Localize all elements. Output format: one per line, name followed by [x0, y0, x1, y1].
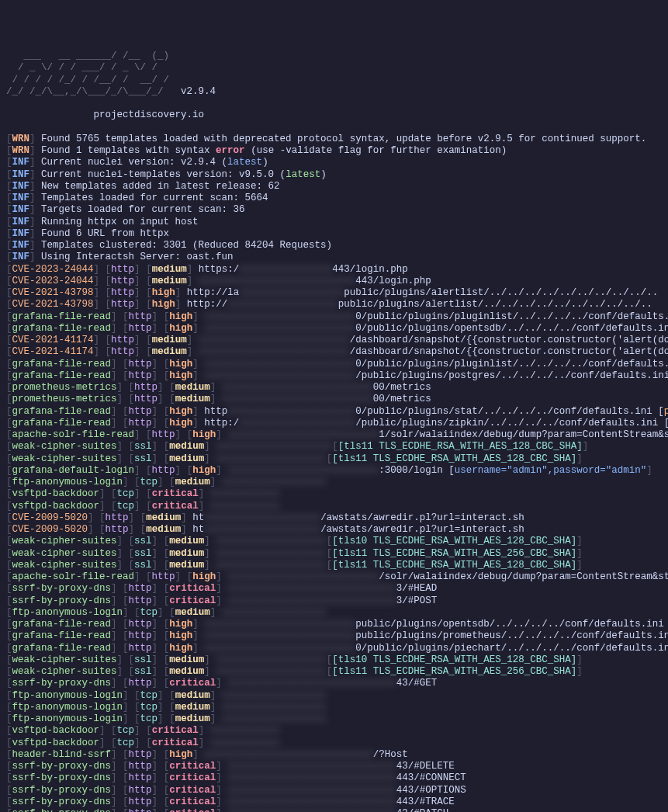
finding-protocol: http	[129, 678, 152, 689]
redacted-host: xxxxxxxxxxxxxxxxxxxxxxxxxx	[222, 394, 373, 404]
terminal-output: ___ __ ______/ /__ (_) / _ \/ / / ___/ /…	[6, 50, 662, 812]
finding-protocol: http	[129, 595, 152, 606]
log-text: New templates added in latest release: 6…	[41, 181, 280, 192]
finding-path: /public/plugins/zipkin/../../../../conf/…	[355, 418, 668, 429]
finding-severity: medium	[146, 524, 181, 535]
finding-template: CVE-2021-41174	[12, 335, 94, 345]
finding-protocol: http	[111, 264, 134, 275]
finding-protocol: tcp	[117, 725, 135, 736]
finding-severity: critical	[169, 796, 216, 807]
finding-protocol: http	[129, 808, 152, 812]
redacted-host: xxxxxxxxxxxxxxxx	[239, 264, 332, 275]
log-line: [WRN] Found 1 templates with syntax erro…	[6, 145, 662, 157]
finding-path: public/plugins/alertlist/../../../../../…	[338, 299, 652, 310]
redacted-host: xxxxxxxxxxxxxxxxxxxxxxxxxx	[204, 370, 355, 381]
finding-severity: medium	[169, 441, 204, 452]
finding-protocol: http	[129, 796, 152, 807]
cipher-value: [tls11 TLS_ECDHE_RSA_WITH_AES_128_CBC_SH…	[338, 441, 583, 452]
finding-protocol: http	[129, 583, 152, 594]
redacted-host: xxxxxxxxxxxxxxxxxxx	[216, 453, 327, 464]
finding-severity: high	[169, 323, 192, 334]
finding-line: [grafana-file-read] [http] [high] xxxxxx…	[6, 311, 662, 323]
finding-path: public/plugins/alertlist/../../../../../…	[344, 287, 658, 298]
finding-path: 43/#DELETE	[396, 761, 455, 772]
log-tag: INF	[12, 181, 30, 192]
finding-template: CVE-2023-24044	[12, 276, 94, 286]
log-line: [WRN] Found 5765 templates loaded with d…	[6, 134, 662, 145]
finding-line: [weak-cipher-suites] [ssl] [medium] xxxx…	[6, 666, 662, 678]
finding-line: [ssrf-by-proxy-dns] [http] [critical] xx…	[6, 785, 662, 796]
finding-line: [ssrf-by-proxy-dns] [http] [critical] xx…	[6, 796, 662, 808]
log-tag: INF	[12, 217, 30, 227]
finding-path: 00/metrics	[373, 394, 431, 404]
version-label: v2.9.4	[181, 86, 216, 97]
finding-path: /?Host	[373, 749, 408, 760]
finding-template: grafana-file-read	[12, 619, 112, 630]
finding-path: public/plugins/prometheus/../../../../co…	[355, 630, 668, 641]
finding-severity: medium	[169, 666, 204, 677]
finding-line: [CVE-2021-41174] [http] [medium] xxxxxxx…	[6, 335, 662, 346]
finding-template: ftp-anonymous-login	[12, 607, 123, 618]
finding-template: ssrf-by-proxy-dns	[12, 678, 112, 689]
redacted-host: xxxxxxxxxxxxxxxxxxxxxxxxxxxxx	[227, 785, 396, 796]
finding-severity: medium	[146, 512, 181, 523]
finding-protocol: http	[129, 359, 152, 370]
finding-path: public/plugins/opentsdb/../../../../conf…	[355, 619, 668, 630]
finding-template: grafana-file-read	[12, 643, 112, 654]
finding-protocol: http	[106, 512, 129, 523]
redacted-host: xxxxxxxxxxxxxxxxxx	[222, 702, 327, 713]
finding-severity: medium	[152, 264, 187, 275]
log-tag: INF	[12, 193, 30, 203]
finding-template: weak-cipher-suites	[12, 654, 117, 665]
log-text: Running httpx on input host	[41, 217, 199, 227]
finding-severity: medium	[175, 713, 210, 724]
finding-severity: high	[169, 619, 192, 630]
finding-line: [prometheus-metrics] [http] [medium] xxx…	[6, 394, 662, 405]
finding-protocol: ssl	[134, 560, 152, 571]
finding-template: grafana-file-read	[12, 630, 112, 641]
finding-line: [CVE-2021-41174] [http] [medium] xxxxxxx…	[6, 346, 662, 358]
redacted-host: xxxxxxxxxxxxxxxxxxxxxxxxxx	[227, 429, 379, 440]
finding-template: weak-cipher-suites	[12, 441, 117, 452]
finding-template: grafana-file-read	[12, 323, 112, 334]
finding-template: weak-cipher-suites	[12, 453, 117, 464]
ascii-art-line: ___ __ ______/ /__ (_)	[6, 50, 169, 61]
finding-line: [ftp-anonymous-login] [tcp] [medium] xxx…	[6, 702, 662, 713]
finding-template: ftp-anonymous-login	[12, 713, 123, 724]
finding-line: [grafana-file-read] [http] [high] xxxxxx…	[6, 323, 662, 335]
finding-path: 3/#HEAD	[396, 583, 438, 594]
finding-line: [ftp-anonymous-login] [tcp] [medium] xxx…	[6, 477, 662, 488]
log-text: Found 6 URL from httpx	[41, 228, 169, 239]
log-line: [INF] Templates clustered: 3301 (Reduced…	[6, 240, 662, 252]
finding-line: [header-blind-ssrf] [http] [high] xxxxxx…	[6, 749, 662, 761]
finding-severity: medium	[175, 690, 210, 701]
finding-severity: high	[169, 370, 192, 381]
finding-template: prometheus-metrics	[12, 382, 117, 393]
finding-severity: medium	[175, 702, 210, 713]
finding-protocol: tcp	[140, 477, 158, 488]
finding-path: 443/#CONNECT	[396, 772, 466, 783]
finding-template: header-blind-ssrf	[12, 749, 112, 760]
finding-path: 3/#POST	[396, 595, 438, 606]
finding-template: ssrf-by-proxy-dns	[12, 796, 112, 807]
finding-severity: high	[169, 311, 192, 322]
finding-line: [weak-cipher-suites] [ssl] [medium] xxxx…	[6, 453, 662, 465]
finding-path: 00/metrics	[373, 382, 431, 393]
log-tag: INF	[12, 157, 30, 168]
finding-severity: critical	[152, 488, 199, 499]
finding-severity: critical	[152, 737, 199, 748]
finding-severity: medium	[152, 346, 187, 357]
redacted-host: xxxxxxxxxxxxxxxxxx	[222, 713, 327, 724]
finding-template: weak-cipher-suites	[12, 560, 117, 571]
finding-template: apache-solr-file-read	[12, 571, 135, 582]
site-label: projectdiscovery.io	[94, 109, 205, 120]
finding-path: /dashboard/snapshot/{{constructor.constr…	[350, 346, 668, 357]
finding-template: CVE-2021-41174	[12, 346, 94, 357]
finding-protocol: http	[129, 406, 152, 417]
log-tag: INF	[12, 169, 30, 180]
finding-protocol: http	[152, 429, 175, 440]
log-line: [INF] Found 6 URL from httpx	[6, 228, 662, 240]
finding-line: [weak-cipher-suites] [ssl] [medium] xxxx…	[6, 548, 662, 560]
finding-template: ssrf-by-proxy-dns	[12, 808, 112, 812]
finding-template: CVE-2021-43798	[12, 287, 94, 298]
